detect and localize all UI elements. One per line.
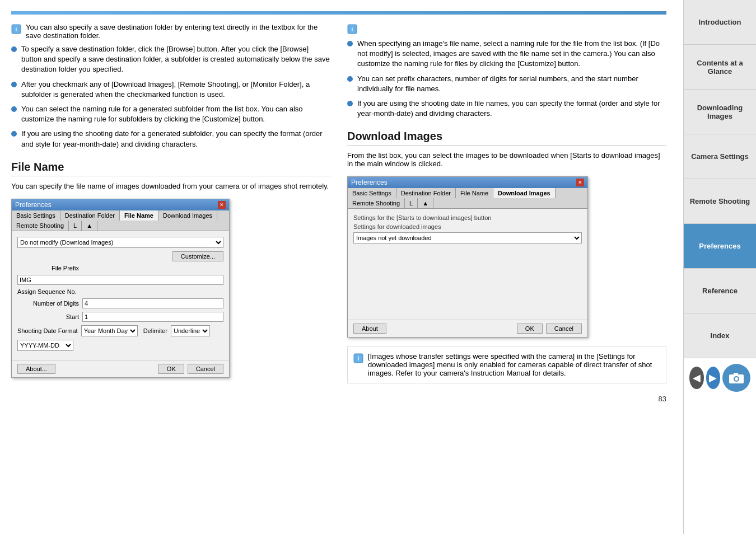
dialog-dropdown-row: Do not modify (Download Images) xyxy=(17,237,223,248)
file-name-section-title: File Name xyxy=(11,161,330,176)
sidebar-item-camera-settings[interactable]: Camera Settings xyxy=(684,134,756,179)
left-bullet-text-4: If you are using the shooting date for a… xyxy=(21,129,330,149)
left-bullet-item: If you are using the shooting date for a… xyxy=(11,129,330,149)
camera-icon xyxy=(722,364,750,392)
tab-remote-shooting[interactable]: Remote Shooting xyxy=(12,221,69,231)
dtab-remote-shooting[interactable]: Remote Shooting xyxy=(348,198,405,208)
next-button[interactable]: ▶ xyxy=(706,367,721,389)
customize-button[interactable]: Customize... xyxy=(172,251,223,261)
file-name-description: You can specify the file name of images … xyxy=(11,182,330,190)
sidebar-item-remote-shooting[interactable]: Remote Shooting xyxy=(684,179,756,224)
bullet-dot xyxy=(11,106,17,112)
right-bullet-text-1: When specifying an image's file name, se… xyxy=(357,39,666,69)
sidebar-item-downloading-images[interactable]: Downloading Images xyxy=(684,90,756,134)
bullet-dot xyxy=(11,82,17,87)
tab-download-images[interactable]: Download Images xyxy=(158,210,217,221)
svg-text:i: i xyxy=(352,26,353,32)
download-images-description: From the list box, you can select the im… xyxy=(347,151,666,168)
start-label: Start xyxy=(17,313,79,320)
download-about-button[interactable]: About xyxy=(353,324,386,334)
tab-file-name[interactable]: File Name xyxy=(120,210,158,221)
delimiter-label: Delimiter xyxy=(143,327,167,334)
delimiter-dropdown[interactable]: Underline xyxy=(171,325,210,336)
section-label-1: Settings for the [Starts to download ima… xyxy=(353,214,582,221)
sidebar-item-remote-label: Remote Shooting xyxy=(690,197,750,205)
download-dialog-titlebar: Preferences ✕ xyxy=(348,177,587,188)
download-ok-button[interactable]: OK xyxy=(517,324,543,334)
file-prefix-label: File Prefix xyxy=(17,265,79,271)
date-format-dropdown[interactable]: YYYY-MM-DD xyxy=(17,340,73,351)
sidebar-item-introduction-label: Introduction xyxy=(699,18,741,26)
right-bullet-text-2: You can set prefix characters, number of… xyxy=(357,74,666,94)
prev-button[interactable]: ◀ xyxy=(689,367,704,389)
right-note-icon: i xyxy=(347,24,357,34)
images-not-yet-downloaded-dropdown[interactable]: Images not yet downloaded xyxy=(353,232,582,243)
svg-rect-9 xyxy=(734,373,738,375)
bottom-note-text: [Images whose transfer settings were spe… xyxy=(368,352,660,377)
right-bullet-item: When specifying an image's file name, se… xyxy=(347,39,666,69)
dtab-destination-folder[interactable]: Destination Folder xyxy=(396,188,456,198)
left-bullet-text-1: To specify a save destination folder, cl… xyxy=(21,44,330,75)
download-cancel-button[interactable]: Cancel xyxy=(546,324,582,334)
about-button[interactable]: About... xyxy=(17,364,55,374)
bullet-dot xyxy=(11,131,17,137)
tab-basic-settings[interactable]: Basic Settings xyxy=(12,210,60,221)
download-dialog-close-button[interactable]: ✕ xyxy=(576,179,584,186)
file-prefix-row: File Prefix xyxy=(17,265,223,271)
dialog-title: Preferences xyxy=(15,201,52,209)
sidebar-item-preferences-label: Preferences xyxy=(699,242,740,250)
do-not-modify-dropdown[interactable]: Do not modify (Download Images) xyxy=(17,237,223,248)
assign-seq-row: Assign Sequence No. xyxy=(17,288,223,295)
sidebar-item-contents-label: Contents at a Glance xyxy=(688,59,752,76)
bullet-dot xyxy=(347,101,353,106)
dtab-download-images[interactable]: Download Images xyxy=(493,188,556,198)
left-bullet-text-3: You can select the naming rule for a gen… xyxy=(21,104,330,124)
dialog-tabs: Basic Settings Destination Folder File N… xyxy=(12,210,229,231)
sidebar-item-reference[interactable]: Reference xyxy=(684,269,756,313)
file-prefix-input-row xyxy=(17,275,223,285)
sidebar-item-index-label: Index xyxy=(711,331,730,340)
shooting-date-label: Shooting Date Format xyxy=(17,327,78,334)
top-note-text: You can also specify a save destination … xyxy=(26,23,330,40)
tab-l[interactable]: L xyxy=(69,221,82,231)
dtab-file-name[interactable]: File Name xyxy=(456,188,493,198)
left-bullet-text-2: After you checkmark any of [Download Ima… xyxy=(21,79,330,100)
sidebar-item-contents-at-a-glance[interactable]: Contents at a Glance xyxy=(684,45,756,90)
tab-arrow[interactable]: ▲ xyxy=(82,221,97,231)
sidebar-item-preferences[interactable]: Preferences xyxy=(684,224,756,269)
sidebar-item-index[interactable]: Index xyxy=(684,313,756,358)
file-name-dialog: Preferences ✕ Basic Settings Destination… xyxy=(11,199,230,378)
ok-button[interactable]: OK xyxy=(158,364,184,374)
download-dialog-tabs: Basic Settings Destination Folder File N… xyxy=(348,188,587,209)
left-bullet-item: To specify a save destination folder, cl… xyxy=(11,44,330,75)
svg-text:i: i xyxy=(16,26,17,32)
sidebar-item-reference-label: Reference xyxy=(702,287,738,295)
right-top-note: i xyxy=(347,23,666,34)
dtab-l[interactable]: L xyxy=(405,198,418,208)
nav-buttons-area: ◀ ▶ xyxy=(684,358,756,397)
tab-destination-folder[interactable]: Destination Folder xyxy=(60,210,120,221)
num-digits-row: Number of Digits xyxy=(17,298,223,308)
file-prefix-input[interactable] xyxy=(17,275,223,285)
top-note: i You can also specify a save destinatio… xyxy=(11,23,330,40)
dtab-arrow[interactable]: ▲ xyxy=(418,198,433,208)
download-dialog-title: Preferences xyxy=(351,179,388,186)
bullet-dot xyxy=(347,76,353,82)
sidebar: Introduction Contents at a Glance Downlo… xyxy=(683,0,756,534)
num-digits-label: Number of Digits xyxy=(17,300,79,307)
num-digits-input[interactable] xyxy=(82,298,223,308)
assign-seq-label: Assign Sequence No. xyxy=(17,288,77,295)
dialog-close-button[interactable]: ✕ xyxy=(218,201,226,209)
bottom-note-box: i [Images whose transfer settings were s… xyxy=(347,346,666,383)
sidebar-item-introduction[interactable]: Introduction xyxy=(684,0,756,45)
download-dialog-footer: About OK Cancel xyxy=(348,320,587,337)
shooting-date-dropdown[interactable]: Year Month Day xyxy=(81,325,138,336)
section-label-2: Settings for downloaded images xyxy=(353,223,582,230)
download-images-section-title: Download Images xyxy=(347,130,666,146)
download-images-dialog: Preferences ✕ Basic Settings Destination… xyxy=(347,176,588,338)
cancel-button[interactable]: Cancel xyxy=(188,364,223,374)
shooting-date-row: Shooting Date Format Year Month Day Deli… xyxy=(17,325,223,336)
right-bullet-list: When specifying an image's file name, se… xyxy=(347,39,666,119)
start-input[interactable] xyxy=(82,312,223,322)
dtab-basic-settings[interactable]: Basic Settings xyxy=(348,188,396,198)
